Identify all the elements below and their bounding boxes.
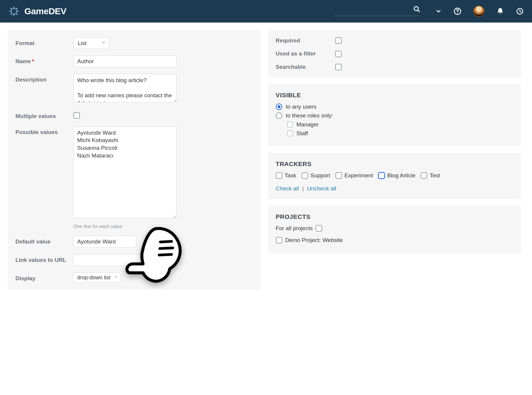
format-label: Format [15, 37, 73, 47]
tracker-support[interactable]: Support [302, 172, 330, 179]
global-search [334, 7, 420, 16]
searchable-label: Searchable [276, 64, 335, 70]
topbar: GameDEV [0, 0, 532, 23]
visible-panel: VISIBLE to any users to these roles only… [268, 84, 521, 146]
right-column: Required Used as a filter Searchable VIS… [268, 30, 521, 290]
tracker-task[interactable]: Task [276, 172, 296, 179]
tracker-experiment[interactable]: Experiment [335, 172, 373, 179]
tracker-blog-article-checkbox[interactable] [378, 172, 385, 179]
field-definition-panel: Format List Name* [8, 30, 261, 290]
bell-icon[interactable] [496, 7, 504, 15]
trackers-bulk-links: Check all | Uncheck all [276, 185, 514, 192]
chevron-down-icon[interactable] [435, 8, 442, 15]
tracker-test-checkbox[interactable] [421, 172, 427, 179]
uncheck-all-link[interactable]: Uncheck all [307, 185, 336, 192]
tracker-support-checkbox[interactable] [302, 172, 308, 179]
left-column: Format List Name* [8, 30, 261, 290]
possible-values-textarea[interactable] [73, 126, 177, 218]
top-icons [435, 6, 524, 17]
display-label: Display [15, 273, 73, 282]
link-values-label: Link values to URL [15, 254, 73, 264]
tracker-experiment-checkbox[interactable] [335, 172, 342, 179]
name-input[interactable] [73, 55, 177, 67]
brand-wrap: GameDEV [8, 6, 66, 17]
logo-icon [8, 6, 20, 17]
required-mark: * [32, 58, 34, 64]
brand-text: GameDEV [24, 6, 66, 16]
tracker-test[interactable]: Test [421, 172, 440, 179]
tracker-task-checkbox[interactable] [276, 172, 282, 179]
trackers-panel: TRACKERS Task Support Experiment Blog Ar… [268, 153, 521, 199]
default-value-input[interactable] [73, 236, 136, 248]
role-manager[interactable]: Manager [287, 121, 514, 128]
multiple-values-checkbox[interactable] [73, 112, 80, 119]
format-select[interactable]: List [73, 37, 109, 49]
required-label: Required [276, 37, 335, 44]
description-label: Description [15, 74, 73, 83]
possible-values-hint: One line for each value [73, 224, 177, 229]
flags-panel: Required Used as a filter Searchable [268, 30, 521, 77]
description-textarea[interactable] [73, 74, 177, 102]
searchable-checkbox[interactable] [335, 64, 342, 70]
search-input[interactable] [334, 7, 420, 16]
svg-line-1 [418, 10, 419, 12]
for-all-projects-checkbox[interactable] [316, 225, 322, 232]
help-icon[interactable] [454, 7, 461, 15]
trackers-title: TRACKERS [276, 160, 514, 168]
project-item[interactable]: Demo Project: Website [276, 237, 514, 243]
svg-point-3 [457, 13, 458, 14]
check-all-link[interactable]: Check all [276, 185, 299, 192]
multiple-values-label: Multiple values [15, 110, 73, 120]
projects-title: PROJECTS [276, 213, 514, 220]
possible-values-label: Possible values [15, 126, 73, 136]
clock-icon[interactable] [516, 7, 524, 15]
link-values-input[interactable] [73, 254, 177, 266]
visible-any-radio[interactable] [276, 103, 282, 110]
visible-any-users[interactable]: to any users [276, 103, 514, 110]
name-label: Name* [15, 55, 73, 65]
main: Format List Name* [0, 23, 532, 297]
tracker-blog-article[interactable]: Blog Article [378, 172, 415, 179]
used-as-filter-checkbox[interactable] [335, 51, 342, 57]
visible-roles-radio[interactable] [276, 112, 282, 119]
role-staff-checkbox[interactable] [287, 130, 293, 136]
required-checkbox[interactable] [335, 37, 342, 44]
avatar[interactable] [473, 6, 484, 17]
default-value-label: Default value [15, 236, 73, 245]
role-manager-checkbox[interactable] [287, 122, 293, 128]
trackers-row: Task Support Experiment Blog Article Tes… [276, 172, 514, 179]
project-item-checkbox[interactable] [276, 237, 282, 243]
used-as-filter-label: Used as a filter [276, 50, 335, 57]
search-icon[interactable] [413, 6, 420, 15]
visible-roles-only[interactable]: to these roles only: [276, 112, 514, 119]
role-staff[interactable]: Staff [287, 130, 514, 137]
visible-title: VISIBLE [276, 92, 514, 99]
display-select[interactable]: drop-down list [73, 273, 121, 283]
projects-panel: PROJECTS For all projects Demo Project: … [268, 206, 521, 254]
for-all-projects[interactable]: For all projects [276, 225, 514, 232]
